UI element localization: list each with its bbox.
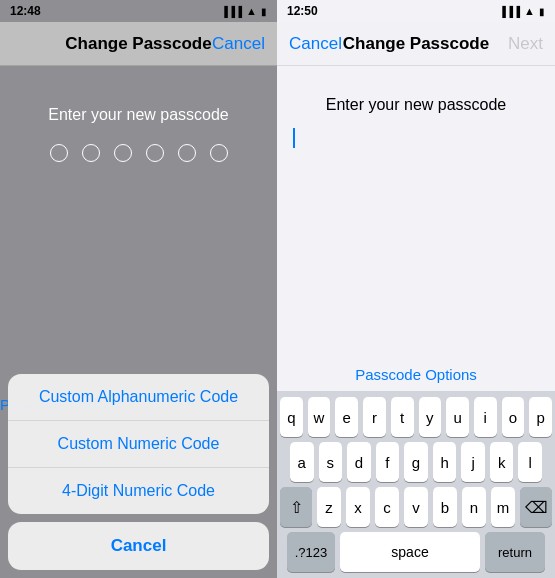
key-r[interactable]: r [363,397,386,437]
left-enter-label: Enter your new passcode [48,106,229,124]
backspace-key[interactable]: ⌫ [520,487,552,527]
key-n[interactable]: n [462,487,486,527]
key-d[interactable]: d [347,442,371,482]
right-nav-title: Change Passcode [343,34,489,54]
battery-icon: ▮ [261,6,267,17]
keyboard-row-4: .?123 space return [280,532,552,572]
dot-4 [146,144,164,162]
left-passcode-dots [50,144,228,162]
right-status-bar: 12:50 ▐▐▐ ▲ ▮ [277,0,555,22]
wifi-icon: ▲ [246,5,257,17]
action-4digit[interactable]: 4-Digit Numeric Code [8,468,269,514]
key-m[interactable]: m [491,487,515,527]
dot-2 [82,144,100,162]
text-cursor [293,128,295,148]
keyboard-row-1: q w e r t y u i o p [280,397,552,437]
key-g[interactable]: g [404,442,428,482]
right-battery-icon: ▮ [539,6,545,17]
key-s[interactable]: s [319,442,343,482]
signal-icon: ▐▐▐ [221,6,242,17]
dot-5 [178,144,196,162]
right-passcode-options[interactable]: Passcode Options [355,366,477,383]
key-o[interactable]: o [502,397,525,437]
return-key[interactable]: return [485,532,545,572]
action-sheet-menu: Custom Alphanumeric Code Custom Numeric … [8,374,269,514]
key-t[interactable]: t [391,397,414,437]
right-wifi-icon: ▲ [524,5,535,17]
key-v[interactable]: v [404,487,428,527]
right-signal-icon: ▐▐▐ [499,6,520,17]
left-cancel-button[interactable]: Cancel [212,34,265,54]
left-nav-bar: Change Passcode Cancel [0,22,277,66]
key-z[interactable]: z [317,487,341,527]
right-nav-bar: Cancel Change Passcode Next [277,22,555,66]
key-c[interactable]: c [375,487,399,527]
key-j[interactable]: j [461,442,485,482]
keyboard: q w e r t y u i o p a s d f g h j k l ⇧ … [277,391,555,578]
key-y[interactable]: y [419,397,442,437]
key-l[interactable]: l [518,442,542,482]
key-w[interactable]: w [308,397,331,437]
left-status-bar: 12:48 ▐▐▐ ▲ ▮ [0,0,277,22]
left-nav-title: Change Passcode [65,34,211,54]
action-alphanumeric[interactable]: Custom Alphanumeric Code [8,374,269,421]
action-sheet: Custom Alphanumeric Code Custom Numeric … [0,374,277,578]
space-key[interactable]: space [340,532,480,572]
action-sheet-cancel[interactable]: Cancel [8,522,269,570]
key-e[interactable]: e [335,397,358,437]
action-custom-numeric[interactable]: Custom Numeric Code [8,421,269,468]
dot-1 [50,144,68,162]
symbols-key[interactable]: .?123 [287,532,335,572]
left-panel: 12:48 ▐▐▐ ▲ ▮ Change Passcode Cancel Ent… [0,0,277,578]
dot-6 [210,144,228,162]
right-time: 12:50 [287,4,318,18]
right-status-icons: ▐▐▐ ▲ ▮ [499,5,545,17]
left-status-icons: ▐▐▐ ▲ ▮ [221,5,267,17]
right-enter-label: Enter your new passcode [326,96,507,114]
key-q[interactable]: q [280,397,303,437]
right-cancel-button[interactable]: Cancel [289,34,342,54]
key-b[interactable]: b [433,487,457,527]
key-p[interactable]: p [529,397,552,437]
right-input-area[interactable] [277,128,555,152]
left-time: 12:48 [10,4,41,18]
key-u[interactable]: u [446,397,469,437]
key-h[interactable]: h [433,442,457,482]
right-panel: 12:50 ▐▐▐ ▲ ▮ Cancel Change Passcode Nex… [277,0,555,578]
key-f[interactable]: f [376,442,400,482]
key-i[interactable]: i [474,397,497,437]
right-content-area: Enter your new passcode Passcode Options [277,66,555,391]
dot-3 [114,144,132,162]
right-next-button[interactable]: Next [508,34,543,54]
key-a[interactable]: a [290,442,314,482]
keyboard-row-3: ⇧ z x c v b n m ⌫ [280,487,552,527]
key-k[interactable]: k [490,442,514,482]
key-x[interactable]: x [346,487,370,527]
keyboard-row-2: a s d f g h j k l [280,442,552,482]
shift-key[interactable]: ⇧ [280,487,312,527]
